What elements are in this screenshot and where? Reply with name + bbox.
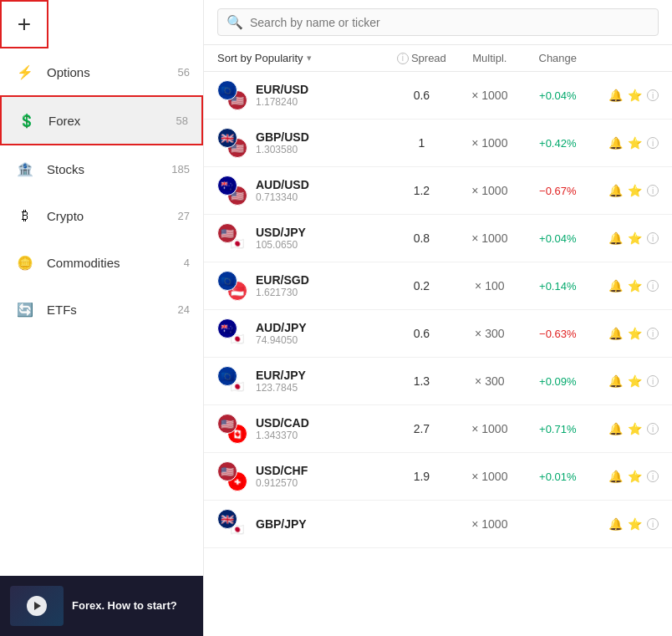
star-icon[interactable]: ⭐ bbox=[628, 422, 642, 435]
bell-icon[interactable]: 🔔 bbox=[608, 136, 623, 150]
info-icon[interactable]: i bbox=[647, 375, 659, 387]
search-input-wrap[interactable]: 🔍 bbox=[217, 8, 659, 36]
cell-multipl: × 100 bbox=[456, 279, 523, 293]
sidebar-item-count: 185 bbox=[171, 163, 190, 176]
cell-spread: 1.2 bbox=[388, 184, 456, 197]
add-button[interactable]: + bbox=[0, 0, 48, 48]
table-row[interactable]: 🇺🇸 🇨🇭 USD/CHF 0.912570 1.9 × 1000 +0.01%… bbox=[204, 453, 672, 501]
sidebar-item-etfs[interactable]: 🔄 ETFs 24 bbox=[0, 286, 203, 333]
cell-multipl: × 1000 bbox=[456, 136, 523, 150]
sidebar-item-stocks[interactable]: 🏦 Stocks 185 bbox=[0, 145, 203, 192]
bell-icon[interactable]: 🔔 bbox=[608, 517, 623, 531]
col-change-header: Change bbox=[524, 52, 592, 64]
cell-spread: 1.3 bbox=[388, 374, 456, 388]
star-icon[interactable]: ⭐ bbox=[628, 136, 642, 150]
flag-pair: 🇺🇸 🇯🇵 bbox=[217, 223, 247, 253]
instruments-list: 🇪🇺 🇺🇸 EUR/USD 1.178240 0.6 × 1000 +0.04%… bbox=[204, 72, 672, 636]
star-icon[interactable]: ⭐ bbox=[628, 327, 642, 340]
info-icon[interactable]: i bbox=[647, 232, 659, 244]
base-flag: 🇺🇸 bbox=[217, 223, 237, 243]
search-input[interactable] bbox=[250, 16, 649, 29]
info-icon[interactable]: i bbox=[647, 518, 659, 530]
star-icon[interactable]: ⭐ bbox=[628, 374, 642, 388]
table-row[interactable]: 🇪🇺 🇸🇬 EUR/SGD 1.621730 0.2 × 100 +0.14% … bbox=[204, 262, 672, 310]
instrument-text: EUR/USD 1.178240 bbox=[256, 83, 308, 108]
star-icon[interactable]: ⭐ bbox=[628, 89, 642, 102]
star-icon[interactable]: ⭐ bbox=[628, 279, 642, 293]
table-header: Sort by Popularity ▾ i Spread Multipl. C… bbox=[204, 45, 672, 72]
bell-icon[interactable]: 🔔 bbox=[608, 327, 623, 340]
instrument-text: AUD/JPY 74.94050 bbox=[256, 321, 307, 346]
bell-icon[interactable]: 🔔 bbox=[608, 89, 623, 102]
cell-multipl: × 1000 bbox=[456, 470, 523, 483]
cell-change: +0.09% bbox=[524, 375, 592, 388]
star-icon[interactable]: ⭐ bbox=[628, 184, 642, 197]
bell-icon[interactable]: 🔔 bbox=[608, 470, 623, 483]
table-row[interactable]: 🇺🇸 🇨🇦 USD/CAD 1.343370 2.7 × 1000 +0.71%… bbox=[204, 405, 672, 453]
instrument-info: 🇪🇺 🇯🇵 EUR/JPY 123.7845 bbox=[217, 366, 388, 396]
bell-icon[interactable]: 🔔 bbox=[608, 374, 623, 388]
bell-icon[interactable]: 🔔 bbox=[608, 422, 623, 435]
instrument-info: 🇦🇺 🇺🇸 AUD/USD 0.713340 bbox=[217, 176, 388, 206]
cell-change: +0.04% bbox=[524, 89, 592, 102]
sidebar-item-forex[interactable]: 💲 Forex 58 bbox=[0, 95, 203, 145]
instrument-info: 🇺🇸 🇯🇵 USD/JPY 105.0650 bbox=[217, 223, 388, 253]
spread-info-icon[interactable]: i bbox=[397, 53, 409, 64]
bell-icon[interactable]: 🔔 bbox=[608, 184, 623, 197]
play-icon bbox=[34, 602, 41, 610]
cell-multipl: × 1000 bbox=[456, 232, 523, 245]
info-icon[interactable]: i bbox=[647, 185, 659, 196]
sidebar-item-label: Options bbox=[47, 65, 175, 79]
base-flag: 🇺🇸 bbox=[217, 461, 237, 481]
info-icon[interactable]: i bbox=[647, 89, 659, 101]
sidebar-item-options[interactable]: ⚡ Options 56 bbox=[0, 48, 203, 95]
bell-icon[interactable]: 🔔 bbox=[608, 232, 623, 245]
cell-actions: 🔔 ⭐ i bbox=[592, 422, 659, 435]
cell-change: +0.04% bbox=[524, 232, 592, 245]
cell-multipl: × 1000 bbox=[456, 89, 523, 102]
info-icon[interactable]: i bbox=[647, 423, 659, 435]
instrument-info: 🇪🇺 🇺🇸 EUR/USD 1.178240 bbox=[217, 80, 388, 110]
flag-pair: 🇪🇺 🇯🇵 bbox=[217, 366, 247, 396]
info-icon[interactable]: i bbox=[647, 471, 659, 482]
table-row[interactable]: 🇦🇺 🇯🇵 AUD/JPY 74.94050 0.6 × 300 −0.63% … bbox=[204, 310, 672, 358]
sidebar-item-crypto[interactable]: ₿ Crypto 27 bbox=[0, 192, 203, 239]
nav-list: ⚡ Options 56 💲 Forex 58 🏦 Stocks 185 ₿ C… bbox=[0, 48, 203, 333]
table-row[interactable]: 🇪🇺 🇺🇸 EUR/USD 1.178240 0.6 × 1000 +0.04%… bbox=[204, 72, 672, 120]
table-row[interactable]: 🇦🇺 🇺🇸 AUD/USD 0.713340 1.2 × 1000 −0.67%… bbox=[204, 167, 672, 215]
star-icon[interactable]: ⭐ bbox=[628, 232, 642, 245]
star-icon[interactable]: ⭐ bbox=[628, 470, 642, 483]
cell-multipl: × 1000 bbox=[456, 422, 523, 435]
flag-pair: 🇪🇺 🇸🇬 bbox=[217, 271, 247, 301]
info-icon[interactable]: i bbox=[647, 280, 659, 292]
base-flag: 🇺🇸 bbox=[217, 414, 237, 434]
instrument-price: 1.343370 bbox=[256, 430, 309, 441]
video-banner[interactable]: Forex. How to start? bbox=[0, 576, 203, 636]
play-button[interactable] bbox=[27, 596, 47, 616]
star-icon[interactable]: ⭐ bbox=[628, 517, 642, 531]
info-icon[interactable]: i bbox=[647, 328, 659, 339]
instrument-text: USD/JPY 105.0650 bbox=[256, 226, 306, 251]
table-row[interactable]: 🇪🇺 🇯🇵 EUR/JPY 123.7845 1.3 × 300 +0.09% … bbox=[204, 358, 672, 405]
sidebar-item-commodities[interactable]: 🪙 Commodities 4 bbox=[0, 239, 203, 286]
flag-pair: 🇬🇧 🇺🇸 bbox=[217, 128, 247, 158]
info-icon[interactable]: i bbox=[647, 137, 659, 149]
base-flag: 🇦🇺 bbox=[217, 318, 237, 338]
stocks-icon: 🏦 bbox=[13, 157, 37, 181]
flag-pair: 🇦🇺 🇺🇸 bbox=[217, 176, 247, 206]
chevron-down-icon: ▾ bbox=[307, 53, 312, 64]
table-row[interactable]: 🇺🇸 🇯🇵 USD/JPY 105.0650 0.8 × 1000 +0.04%… bbox=[204, 215, 672, 262]
sort-button[interactable]: Sort by Popularity ▾ bbox=[217, 52, 388, 64]
instrument-text: EUR/SGD 1.621730 bbox=[256, 273, 309, 298]
bell-icon[interactable]: 🔔 bbox=[608, 279, 623, 293]
flag-pair: 🇦🇺 🇯🇵 bbox=[217, 318, 247, 349]
cell-change: +0.71% bbox=[524, 423, 592, 435]
table-row[interactable]: 🇬🇧 🇺🇸 GBP/USD 1.303580 1 × 1000 +0.42% 🔔… bbox=[204, 120, 672, 167]
etfs-icon: 🔄 bbox=[13, 298, 37, 321]
base-flag: 🇬🇧 bbox=[217, 509, 237, 529]
table-row[interactable]: 🇬🇧 🇯🇵 GBP/JPY × 1000 🔔 ⭐ i bbox=[204, 501, 672, 548]
instrument-info: 🇬🇧 🇺🇸 GBP/USD 1.303580 bbox=[217, 128, 388, 158]
crypto-icon: ₿ bbox=[13, 204, 37, 227]
cell-change: +0.14% bbox=[524, 280, 592, 293]
instrument-price: 1.178240 bbox=[256, 96, 308, 108]
